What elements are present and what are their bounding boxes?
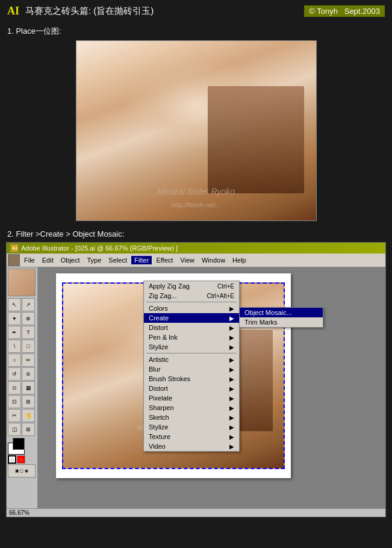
menu-pen-ink[interactable]: Pen & Ink ▶	[144, 332, 239, 342]
menu-sketch[interactable]: Sketch ▶	[144, 413, 239, 422]
menu-brush-strokes[interactable]: Brush Strokes ▶	[144, 374, 239, 384]
sketch-label: Sketch	[149, 414, 169, 421]
ai-titlebar: Ai Adobe Illustrator - [025.ai @ 66.67% …	[7, 243, 385, 254]
tool-row-1: ↖ ↗	[8, 298, 36, 311]
create-submenu[interactable]: Object Mosaic... Trim Marks	[239, 307, 323, 328]
tool-row-2: ✦ ⊕	[8, 312, 36, 325]
page-title: 马赛克之砖头篇: (旨在抛砖引玉)	[25, 5, 154, 17]
brush-strokes-label: Brush Strokes	[149, 375, 190, 382]
menu-stylize[interactable]: Stylize ▶	[144, 342, 239, 352]
colors-arrow: ▶	[229, 305, 234, 312]
step2-label: 2. Filter >Create > Object Mosaic:	[0, 226, 392, 242]
menu-view[interactable]: View	[177, 256, 198, 264]
chart-tool[interactable]: ▦	[22, 381, 35, 394]
menu-effect[interactable]: Effect	[153, 256, 176, 264]
mesh-tool[interactable]: ⊞	[22, 423, 35, 436]
colors-label: Colors	[149, 305, 168, 312]
menu-apply-zigzag[interactable]: Apply Zig Zag Ctrl+E	[144, 281, 239, 291]
workspace: ↖ ↗ ✦ ⊕ ✒ T \ □ ○ ✏ ↺ ⊘	[7, 267, 385, 508]
menu-object-mosaic[interactable]: Object Mosaic...	[240, 308, 323, 317]
gradient-tool[interactable]: ◫	[8, 423, 21, 436]
tool-row-4: \ □	[8, 340, 36, 353]
tool-row-10: ◫ ⊞	[8, 423, 36, 436]
menu-distort2[interactable]: Distort ▶	[144, 384, 239, 393]
rotate-tool[interactable]: ↺	[8, 367, 21, 381]
menu-help[interactable]: Help	[229, 256, 249, 264]
menu-artistic[interactable]: Artistic ▶	[144, 355, 239, 364]
author-date: © Tonyh Sept.2003	[304, 5, 385, 17]
normal-mode[interactable]: □	[8, 455, 16, 464]
step1-label: 1. Place一位图:	[0, 22, 392, 40]
type-tool[interactable]: T	[22, 326, 35, 339]
ai-logo: AI	[7, 5, 19, 17]
view-buttons: ▣ ◻ ◉	[8, 464, 36, 478]
scissors-tool[interactable]: ✂	[8, 409, 21, 422]
menu-filter[interactable]: Filter	[131, 256, 152, 264]
view-toggle[interactable]: ▣ ◻ ◉	[8, 464, 36, 478]
menu-create[interactable]: Create ▶	[144, 313, 239, 323]
zoom-tool[interactable]: ⊕	[22, 312, 35, 325]
menu-edit[interactable]: Edit	[39, 256, 57, 264]
photo-watermark: Minarai Sister Ryoko	[157, 187, 235, 196]
object-mosaic-label: Object Mosaic...	[244, 309, 292, 316]
copyright: © Tonyh	[309, 7, 338, 16]
separator-2	[146, 353, 237, 353]
direct-select-tool[interactable]: ↗	[22, 298, 35, 311]
filter-dropdown[interactable]: Apply Zig Zag Ctrl+E Zig Zag... Ctrl+Alt…	[143, 281, 240, 452]
menu-object[interactable]: Object	[58, 256, 83, 264]
toolbar: ↖ ↗ ✦ ⊕ ✒ T \ □ ○ ✏ ↺ ⊘	[7, 267, 38, 508]
menu-texture[interactable]: Texture ▶	[144, 432, 239, 441]
toolbar-preview	[8, 269, 36, 296]
texture-arrow: ▶	[229, 434, 234, 440]
mask-mode[interactable]: □	[17, 455, 25, 464]
distort-label: Distort	[149, 324, 168, 331]
foreground-color[interactable]	[13, 438, 25, 450]
rect-tool[interactable]: □	[22, 340, 35, 353]
menu-select[interactable]: Select	[105, 256, 130, 264]
menu-toolbar-icon	[8, 254, 20, 266]
line-tool[interactable]: \	[8, 340, 21, 353]
blur-label: Blur	[149, 366, 161, 373]
artistic-label: Artistic	[149, 356, 169, 363]
hand-tool[interactable]: ✋	[22, 409, 35, 422]
tool-row-7: ⊙ ▦	[8, 381, 36, 394]
ai-window: Ai Adobe Illustrator - [025.ai @ 66.67% …	[6, 242, 386, 517]
blend-tool[interactable]: ⊙	[8, 381, 21, 394]
menu-blur[interactable]: Blur ▶	[144, 364, 239, 374]
create-label: Create	[149, 314, 169, 322]
menu-trim-marks[interactable]: Trim Marks	[240, 317, 323, 327]
tool-row-8: ⊡ ⊞	[8, 395, 36, 408]
eyedropper-tool[interactable]: ⊡	[8, 395, 21, 408]
pixelate-arrow: ▶	[229, 395, 234, 402]
ai-window-title: Adobe Illustrator - [025.ai @ 66.67% (RG…	[21, 244, 178, 252]
apply-zigzag-shortcut: Ctrl+E	[217, 283, 234, 290]
scale-tool[interactable]: ⊘	[22, 367, 35, 381]
video-label: Video	[149, 443, 166, 450]
menu-colors[interactable]: Colors ▶	[144, 304, 239, 313]
menu-type[interactable]: Type	[84, 256, 105, 264]
pen-tool[interactable]: ✒	[8, 326, 21, 339]
ellipse-tool[interactable]: ○	[8, 353, 21, 367]
pencil-tool[interactable]: ✏	[22, 353, 35, 367]
distort2-label: Distort	[149, 385, 168, 392]
photo-image: Minarai Sister Ryoko http://fetish-net..…	[76, 41, 316, 220]
menu-file[interactable]: File	[21, 256, 38, 264]
select-tool[interactable]: ↖	[8, 298, 21, 311]
tool-row-3: ✒ T	[8, 326, 36, 339]
header: AI 马赛克之砖头篇: (旨在抛砖引玉) © Tonyh Sept.2003	[0, 0, 392, 22]
pixelate-label: Pixelate	[149, 394, 172, 402]
menu-pixelate[interactable]: Pixelate ▶	[144, 393, 239, 403]
menu-window[interactable]: Window	[199, 256, 228, 264]
status-text: 66.67%	[9, 509, 30, 516]
menu-sharpen[interactable]: Sharpen ▶	[144, 403, 239, 413]
menu-zigzag[interactable]: Zig Zag... Ctrl+Alt+E	[144, 291, 239, 300]
paint-bucket-tool[interactable]: ⊞	[22, 395, 35, 408]
menu-distort[interactable]: Distort ▶	[144, 323, 239, 332]
apply-zigzag-label: Apply Zig Zag	[149, 282, 190, 290]
photo-url: http://fetish-net...	[172, 201, 221, 208]
menu-stylize2[interactable]: Stylize ▶	[144, 422, 239, 432]
menu-bar: File Edit Object Type Select Filter Effe…	[7, 254, 385, 267]
star-tool[interactable]: ✦	[8, 312, 21, 325]
menu-video[interactable]: Video ▶	[144, 441, 239, 451]
color-indicator	[8, 438, 36, 455]
